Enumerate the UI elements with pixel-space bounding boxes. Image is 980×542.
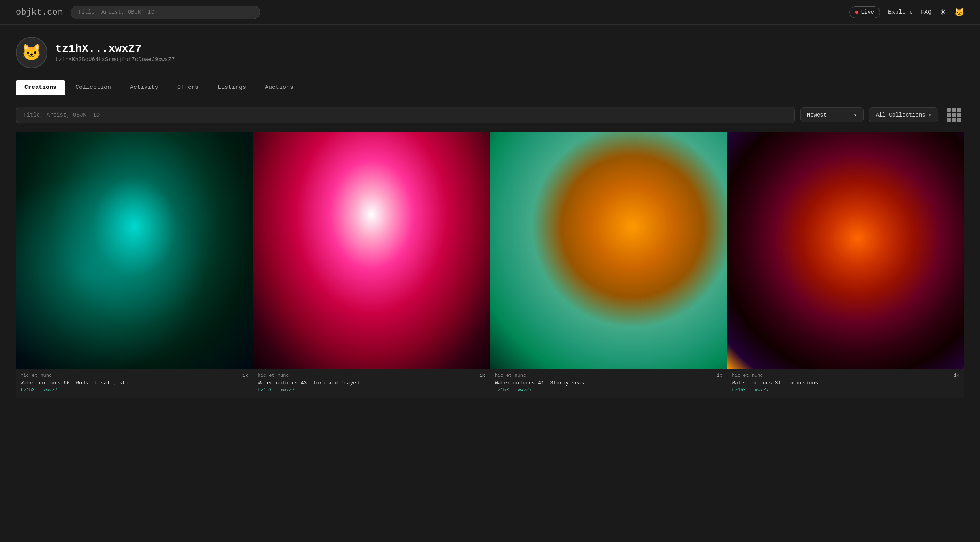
explore-link[interactable]: Explore <box>888 9 913 16</box>
faq-link[interactable]: FAQ <box>921 9 931 16</box>
artwork-title: Water colours 60: Gods of salt, sto... <box>21 380 248 386</box>
profile-section: 🐱 tz1hX...xwxZ7 tz1hXKn2BcU64HxSrmojfuf7… <box>0 25 980 76</box>
grid-dot <box>957 113 961 117</box>
avatar: 🐱 <box>16 37 47 68</box>
grid-dot <box>947 113 951 117</box>
avatar-emoji: 🐱 <box>22 43 41 62</box>
tab-creations[interactable]: Creations <box>16 80 65 95</box>
chevron-down-icon: ▾ <box>929 112 931 118</box>
artwork-thumbnail <box>253 132 490 369</box>
tab-auctions[interactable]: Auctions <box>256 80 302 95</box>
tab-collection[interactable]: Collection <box>67 80 120 95</box>
live-button[interactable]: Live <box>849 6 880 18</box>
grid-dot <box>957 108 961 112</box>
grid-dot <box>947 108 951 112</box>
artwork-collection: hic et nunc <box>21 373 52 378</box>
grid-dot <box>952 113 956 117</box>
tabs-nav: Creations Collection Activity Offers Lis… <box>0 76 980 95</box>
live-label: Live <box>861 9 874 15</box>
tab-activity[interactable]: Activity <box>121 80 167 95</box>
grid-dot <box>952 118 956 122</box>
artwork-meta: hic et nunc 1x <box>258 373 486 378</box>
artwork-thumbnail <box>727 132 965 369</box>
artwork-artist: tz1hX...xwxZ7 <box>732 388 960 393</box>
artwork-title: Water colours 31: Incursions <box>732 380 960 386</box>
user-avatar-button[interactable]: 🐱 <box>954 8 964 17</box>
artwork-card[interactable]: hic et nunc 1x Water colours 31: Incursi… <box>727 132 965 398</box>
artwork-edition: 1x <box>954 373 959 378</box>
logo-suffix: .com <box>42 8 63 17</box>
grid-dot <box>952 108 956 112</box>
sort-dropdown[interactable]: Newest ▾ <box>800 107 864 122</box>
artwork-info: hic et nunc 1x Water colours 60: Gods of… <box>16 369 253 398</box>
tab-offers[interactable]: Offers <box>169 80 207 95</box>
artwork-thumbnail <box>490 132 727 369</box>
artwork-info: hic et nunc 1x Water colours 31: Incursi… <box>727 369 965 398</box>
artworks-search-input[interactable] <box>16 107 795 123</box>
profile-info: tz1hX...xwxZ7 tz1hXKn2BcU64HxSrmojfuf7cD… <box>55 43 175 63</box>
artwork-meta: hic et nunc 1x <box>21 373 248 378</box>
grid-dot <box>957 118 961 122</box>
sort-label: Newest <box>807 112 827 118</box>
header: objkt.com Live Explore FAQ ☀ 🐱 <box>0 0 980 25</box>
header-search-input[interactable] <box>71 6 260 19</box>
collection-dropdown[interactable]: All Collections ▾ <box>869 107 938 122</box>
theme-toggle[interactable]: ☀ <box>939 8 946 17</box>
artwork-title: Water colours 43: Torn and frayed <box>258 380 486 386</box>
artwork-title: Water colours 41: Stormy seas <box>495 380 723 386</box>
chevron-down-icon: ▾ <box>854 112 857 118</box>
grid-dot <box>947 118 951 122</box>
artwork-info: hic et nunc 1x Water colours 41: Stormy … <box>490 369 727 398</box>
artworks-grid: hic et nunc 1x Water colours 60: Gods of… <box>0 132 980 414</box>
logo-main: objkt <box>16 8 42 17</box>
artwork-thumbnail <box>16 132 253 369</box>
artwork-artist: tz1hX...xwxZ7 <box>495 388 723 393</box>
artwork-collection: hic et nunc <box>495 373 526 378</box>
artwork-card[interactable]: hic et nunc 1x Water colours 43: Torn an… <box>253 132 490 398</box>
collection-label: All Collections <box>876 112 926 118</box>
artwork-edition: 1x <box>480 373 485 378</box>
artwork-info: hic et nunc 1x Water colours 43: Torn an… <box>253 369 490 398</box>
tab-listings[interactable]: Listings <box>209 80 255 95</box>
filters-row: Newest ▾ All Collections ▾ <box>0 95 980 132</box>
grid-toggle-button[interactable] <box>944 105 964 125</box>
artwork-edition: 1x <box>717 373 722 378</box>
site-logo[interactable]: objkt.com <box>16 8 63 17</box>
artwork-artist: tz1hX...xwxZ7 <box>258 388 486 393</box>
artwork-meta: hic et nunc 1x <box>495 373 723 378</box>
artwork-meta: hic et nunc 1x <box>732 373 960 378</box>
profile-full-address: tz1hXKn2BcU64HxSrmojfuf7cDoweJ9xwxZ7 <box>55 56 175 63</box>
live-indicator <box>855 11 858 14</box>
header-right: Live Explore FAQ ☀ 🐱 <box>849 6 964 18</box>
profile-display-name: tz1hX...xwxZ7 <box>55 43 175 55</box>
artwork-collection: hic et nunc <box>732 373 763 378</box>
artwork-collection: hic et nunc <box>258 373 289 378</box>
artwork-card[interactable]: hic et nunc 1x Water colours 60: Gods of… <box>16 132 253 398</box>
artwork-card[interactable]: hic et nunc 1x Water colours 41: Stormy … <box>490 132 727 398</box>
artwork-edition: 1x <box>242 373 248 378</box>
artwork-artist: tz1hX...xwxZ7 <box>21 388 248 393</box>
